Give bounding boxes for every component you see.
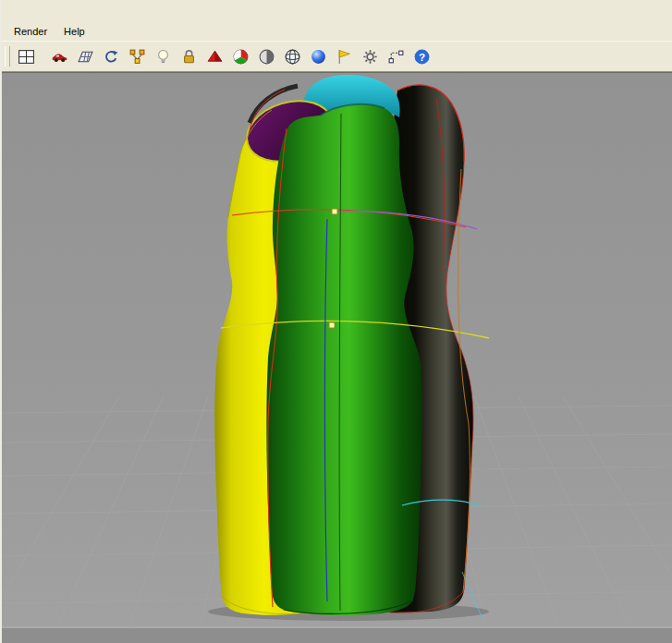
toolbar-button-render-mesh[interactable] [73, 45, 97, 68]
toolbar-button-options-gear[interactable] [358, 45, 382, 68]
viewport-layout-icon [18, 48, 35, 66]
point-edit-icon [387, 48, 405, 66]
render-car-icon [51, 48, 68, 66]
toolbar-button-shaded-display[interactable] [254, 45, 278, 68]
render-mesh-icon [77, 48, 94, 66]
toolbar-button-wireframe-globe[interactable] [280, 45, 304, 68]
color-wheel-icon [232, 48, 250, 66]
model-center-shell [266, 104, 422, 615]
toolbar-button-help[interactable]: ? [409, 45, 434, 68]
blue-sphere-icon [310, 48, 327, 66]
toolbar-button-object-links[interactable] [125, 45, 149, 68]
render-window: Render Help [0, 0, 672, 643]
toolbar-button-render-sphere[interactable] [306, 45, 330, 68]
svg-text:?: ? [418, 50, 424, 62]
material-cone-icon [206, 48, 224, 66]
shaded-sphere-icon [258, 48, 275, 66]
viewport-canvas[interactable] [2, 73, 672, 643]
flag-icon [336, 48, 353, 66]
menu-render[interactable]: Render [6, 24, 55, 39]
toolbar-button-viewport-layout[interactable] [14, 45, 38, 68]
toolbar-button-render[interactable] [47, 45, 71, 68]
toolbar-button-materials[interactable] [202, 45, 226, 68]
title-strip [2, 0, 672, 22]
toolbar-button-point-edit[interactable] [384, 45, 408, 68]
help-icon: ? [413, 48, 431, 66]
toolbar-button-lights[interactable] [151, 45, 175, 68]
toolbar: ? [2, 41, 672, 72]
menu-help[interactable]: Help [55, 24, 93, 39]
menu-bar: Render Help [2, 22, 672, 41]
gear-icon [361, 48, 379, 66]
toolbar-button-lock[interactable] [177, 45, 201, 68]
object-links-icon [128, 48, 146, 66]
toolbar-button-rotate-view[interactable] [99, 45, 123, 68]
light-bulb-icon [154, 48, 172, 66]
viewport [2, 72, 672, 643]
toolbar-button-color-wheel[interactable] [228, 45, 252, 68]
toolbar-button-flag[interactable] [332, 45, 356, 68]
rotate-view-icon [103, 48, 120, 66]
toolbar-grip[interactable] [5, 46, 10, 67]
lock-icon [180, 48, 198, 66]
viewport-bottom-band [2, 628, 672, 643]
wireframe-globe-icon [284, 48, 301, 66]
